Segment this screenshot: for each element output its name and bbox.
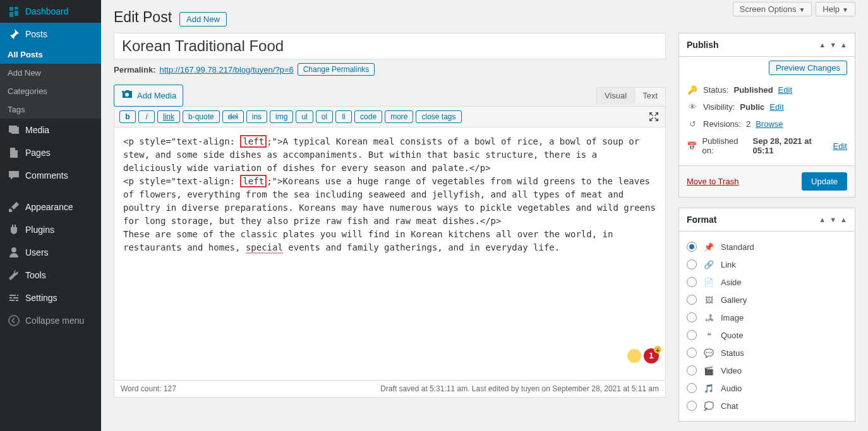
lightbulb-icon[interactable] [627, 349, 641, 363]
sidebar-item-dashboard[interactable]: Dashboard [0, 0, 101, 23]
screen-options-button[interactable]: Screen Options▼ [733, 2, 812, 16]
help-button[interactable]: Help▼ [816, 2, 855, 16]
notification-badge[interactable]: 1 [644, 348, 659, 363]
tab-text[interactable]: Text [635, 87, 666, 104]
editor: b i link b-quote del ins img ul ol li co… [114, 106, 666, 398]
sub-tags[interactable]: Tags [0, 100, 101, 119]
tab-visual[interactable]: Visual [596, 87, 635, 104]
qt-li[interactable]: li [335, 110, 352, 123]
add-new-button[interactable]: Add New [179, 12, 227, 27]
qt-more[interactable]: more [385, 110, 413, 123]
permalink-label: Permalink: [114, 65, 155, 74]
sidebar-label: Collapse menu [25, 316, 84, 326]
sidebar-collapse[interactable]: Collapse menu [0, 309, 101, 332]
format-option-link[interactable]: 🔗Link [687, 256, 847, 273]
sidebar-item-appearance[interactable]: Appearance [0, 196, 101, 218]
sidebar-item-posts[interactable]: Posts [0, 23, 101, 45]
highlight-left-2: left [240, 175, 267, 187]
sub-categories[interactable]: Categories [0, 82, 101, 100]
fullscreen-icon[interactable] [648, 110, 660, 123]
sidebar-item-users[interactable]: Users [0, 241, 101, 264]
format-metabox: Format ▲ ▼ ▲ 📌Standard🔗Link📄Aside🖼Galler… [678, 208, 855, 422]
format-option-chat[interactable]: 💭Chat [687, 397, 847, 415]
qt-italic[interactable]: i [138, 110, 155, 123]
format-label: Status [721, 348, 744, 358]
edit-visibility-link[interactable]: Edit [769, 102, 783, 112]
sub-all-posts[interactable]: All Posts [0, 45, 101, 64]
main-content: Screen Options▼ Help▼ Edit Post Add New … [101, 0, 868, 431]
update-button[interactable]: Update [802, 172, 847, 191]
format-option-image[interactable]: 🏞Image [687, 309, 847, 326]
permalink-url[interactable]: http://167.99.78.217/blog/tuyen/?p=6 [159, 65, 293, 74]
move-down-icon[interactable]: ▼ [829, 41, 836, 49]
qt-bold[interactable]: b [119, 110, 136, 123]
format-gallery-icon: 🖼 [703, 295, 714, 305]
sidebar-item-plugins[interactable]: Plugins [0, 218, 101, 241]
toggle-icon[interactable]: ▲ [840, 216, 847, 223]
format-label: Audio [721, 384, 742, 393]
change-permalinks-button[interactable]: Change Permalinks [298, 63, 375, 76]
format-audio-icon: 🎵 [703, 384, 714, 393]
sidebar-item-tools[interactable]: Tools [0, 264, 101, 286]
sub-add-new[interactable]: Add New [0, 64, 101, 82]
chevron-down-icon: ▼ [842, 6, 848, 13]
browse-revisions-link[interactable]: Browse [756, 119, 783, 129]
format-label: Video [721, 366, 742, 375]
edit-date-link[interactable]: Edit [833, 141, 847, 151]
qt-bquote[interactable]: b-quote [183, 110, 220, 123]
move-to-trash-link[interactable]: Move to Trash [687, 177, 738, 186]
qt-ol[interactable]: ol [316, 110, 333, 123]
preview-changes-button[interactable]: Preview Changes [769, 61, 847, 75]
radio-icon [687, 242, 697, 252]
format-option-quote[interactable]: ❝Quote [687, 326, 847, 344]
format-option-video[interactable]: 🎬Video [687, 362, 847, 379]
format-option-standard[interactable]: 📌Standard [687, 238, 847, 256]
qt-ul[interactable]: ul [296, 110, 313, 123]
format-title: Format [687, 215, 716, 225]
sidebar-label: Tools [25, 270, 46, 280]
sidebar-label: Appearance [25, 202, 73, 212]
format-option-status[interactable]: 💬Status [687, 344, 847, 362]
qt-ins[interactable]: ins [246, 110, 267, 123]
sidebar-item-media[interactable]: Media [0, 119, 101, 141]
move-up-icon[interactable]: ▲ [819, 216, 826, 223]
sidebar-label: Settings [25, 293, 57, 303]
format-link-icon: 🔗 [703, 260, 714, 269]
sidebar-item-comments[interactable]: Comments [0, 164, 101, 187]
qt-close[interactable]: close tags [416, 110, 461, 123]
format-option-gallery[interactable]: 🖼Gallery [687, 291, 847, 309]
sidebar-label: Users [25, 247, 49, 257]
post-title-input[interactable] [114, 33, 666, 59]
spellcheck-word: special [246, 242, 283, 254]
key-icon: 🔑 [687, 85, 698, 95]
svg-point-0 [9, 316, 19, 326]
add-media-button[interactable]: Add Media [114, 85, 183, 107]
content-textarea[interactable]: <p style="text-align: left;">A typical K… [114, 127, 665, 380]
user-icon [8, 246, 20, 259]
qt-img[interactable]: img [270, 110, 293, 123]
qt-del[interactable]: del [222, 110, 244, 123]
media-icon [8, 124, 20, 136]
move-up-icon[interactable]: ▲ [819, 41, 826, 49]
admin-sidebar: Dashboard Posts All Posts Add New Catego… [0, 0, 101, 431]
sidebar-label: Plugins [25, 225, 54, 235]
edit-status-link[interactable]: Edit [778, 85, 792, 95]
page-icon [8, 146, 20, 159]
format-label: Gallery [721, 295, 747, 305]
sidebar-item-pages[interactable]: Pages [0, 141, 101, 164]
radio-icon [687, 259, 697, 269]
calendar-icon: 📅 [687, 141, 697, 151]
qt-link[interactable]: link [157, 110, 180, 123]
format-image-icon: 🏞 [703, 313, 714, 322]
format-option-audio[interactable]: 🎵Audio [687, 379, 847, 397]
format-standard-icon: 📌 [703, 242, 714, 252]
publish-title: Publish [687, 40, 719, 50]
toggle-icon[interactable]: ▲ [840, 41, 847, 49]
format-option-aside[interactable]: 📄Aside [687, 273, 847, 291]
radio-icon [687, 330, 697, 340]
eye-icon: 👁 [687, 102, 698, 112]
qt-code[interactable]: code [354, 110, 382, 123]
sidebar-item-settings[interactable]: Settings [0, 286, 101, 309]
page-title: Edit Post [114, 9, 172, 26]
move-down-icon[interactable]: ▼ [829, 216, 836, 223]
